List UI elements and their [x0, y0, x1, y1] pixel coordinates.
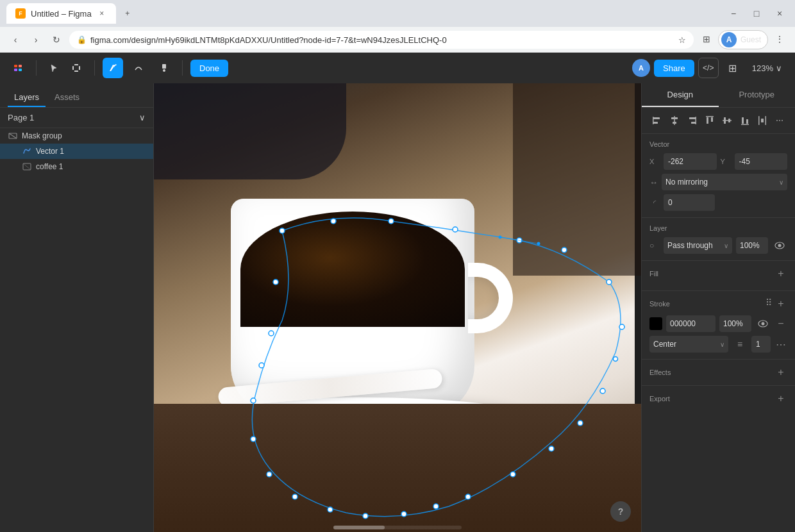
right-panel: Design Prototype [641, 83, 795, 532]
active-tab[interactable]: F Untitled – Figma × [6, 3, 116, 24]
corner-radius-icon: ◜ [649, 199, 660, 207]
svg-rect-7 [74, 71, 78, 72]
add-effect-button[interactable]: + [774, 366, 787, 379]
stroke-color-row: 000000 100% − [649, 315, 787, 332]
browser-actions: ⊞ A Guest ⋮ [698, 30, 789, 49]
blend-mode-icon: ○ [649, 241, 660, 250]
stroke-header-icons: ⠿ + [766, 297, 787, 310]
export-section: Export + [642, 386, 795, 411]
svg-rect-9 [162, 64, 166, 69]
stroke-opacity-input[interactable]: 100% [719, 315, 751, 332]
stroke-more-button[interactable]: ⋯ [774, 338, 787, 351]
new-tab-button[interactable]: + [119, 4, 137, 22]
present-button[interactable]: ⊞ [723, 58, 743, 78]
svg-rect-0 [14, 65, 17, 67]
blend-mode-chevron: ∨ [724, 242, 728, 249]
svg-rect-58 [723, 120, 732, 121]
address-bar[interactable]: 🔒 figma.com/design/mHy69ikdLNTMt8pKdADXX… [69, 31, 694, 49]
layer-item-vector1[interactable]: Vector 1 [0, 144, 153, 159]
tab-close-button[interactable]: × [97, 8, 107, 19]
align-center-v-button[interactable] [720, 113, 735, 128]
svg-rect-54 [711, 117, 713, 122]
stroke-grid-button[interactable]: ⠿ [766, 297, 772, 310]
y-input[interactable]: -45 [735, 153, 788, 170]
xy-fields-row: X -262 Y -45 [649, 153, 787, 170]
mirroring-chevron: ∨ [779, 179, 783, 186]
select-tool-button[interactable] [44, 58, 65, 78]
blend-mode-value: Pass through [667, 241, 713, 250]
lock-icon: 🔒 [77, 35, 87, 44]
zoom-control[interactable]: 123% ∨ [747, 61, 787, 76]
distribute-button[interactable] [755, 113, 769, 128]
add-stroke-button[interactable]: + [774, 297, 787, 310]
toolbar-divider-1 [36, 60, 37, 76]
canvas[interactable]: ? [154, 83, 641, 532]
stroke-style-button[interactable]: ≡ [732, 339, 748, 349]
more-button[interactable]: ⋮ [771, 30, 789, 48]
bookmark-icon[interactable]: ☆ [678, 35, 686, 45]
stroke-remove-button[interactable]: − [774, 318, 787, 329]
align-right-button[interactable] [685, 113, 699, 128]
figma-favicon: F [15, 8, 26, 19]
stroke-title: Stroke [649, 300, 670, 308]
tab-design[interactable]: Design [642, 83, 719, 107]
maximize-button[interactable]: □ [748, 4, 766, 22]
stroke-weight-input[interactable]: 1 [751, 336, 771, 353]
add-fill-button[interactable]: + [774, 267, 787, 280]
mirroring-dropdown[interactable]: No mirroring ∨ [662, 174, 787, 190]
align-top-button[interactable] [702, 113, 717, 128]
close-window-button[interactable]: × [771, 4, 789, 22]
stroke-color-swatch[interactable] [649, 317, 662, 330]
stroke-visibility-button[interactable] [755, 316, 771, 331]
add-export-button[interactable]: + [774, 392, 787, 405]
svg-rect-53 [707, 117, 708, 124]
forward-button[interactable]: › [27, 31, 45, 49]
profile-button[interactable]: A Guest [718, 30, 768, 49]
extensions-button[interactable]: ⊞ [698, 30, 716, 48]
help-button[interactable]: ? [610, 501, 631, 522]
layer-section-title: Layer [649, 224, 787, 232]
refresh-button[interactable]: ↻ [47, 31, 65, 49]
page-selector[interactable]: Page 1 ∨ [0, 108, 153, 128]
blend-mode-dropdown[interactable]: Pass through ∨ [664, 237, 732, 254]
opacity-input[interactable]: 100% [736, 237, 768, 254]
svg-rect-55 [706, 116, 714, 117]
align-left-button[interactable] [649, 113, 664, 128]
share-button[interactable]: Share [654, 60, 694, 77]
layer-item-coffee1[interactable]: coffee 1 [0, 159, 153, 174]
bend-tool-button[interactable] [128, 58, 149, 78]
mirroring-row: ↔ No mirroring ∨ [649, 174, 787, 190]
corner-radius-input[interactable]: 0 [664, 194, 715, 211]
tab-prototype[interactable]: Prototype [719, 83, 796, 107]
layer-vector-icon [22, 146, 32, 156]
x-input[interactable]: -262 [664, 153, 717, 170]
svg-rect-49 [674, 116, 675, 125]
mirroring-icon: ↔ [649, 178, 658, 187]
stroke-position-dropdown[interactable]: Center ∨ [649, 336, 728, 353]
paint-tool-button[interactable] [154, 58, 174, 78]
horizontal-scrollbar[interactable] [154, 526, 641, 529]
frame-tool-button[interactable] [66, 58, 87, 78]
pen-tool-button[interactable] [103, 58, 123, 78]
tab-assets[interactable]: Assets [48, 88, 86, 107]
minimize-button[interactable]: − [724, 4, 742, 22]
scrollbar-thumb[interactable] [333, 526, 385, 529]
svg-rect-60 [746, 119, 748, 124]
nav-controls: ‹ › ↻ [6, 31, 65, 49]
x-label: X [649, 158, 660, 165]
stroke-color-hex-input[interactable]: 000000 [666, 315, 716, 332]
layer-mask-label: Mask group [22, 131, 62, 140]
more-align-button[interactable]: ⋯ [773, 113, 787, 128]
svg-rect-45 [653, 122, 658, 124]
code-view-button[interactable]: </> [698, 58, 719, 78]
layer-visibility-button[interactable] [772, 238, 787, 253]
user-avatar[interactable]: A [632, 59, 650, 77]
back-button[interactable]: ‹ [6, 31, 24, 49]
done-button[interactable]: Done [190, 60, 228, 77]
figma-menu-button[interactable] [8, 58, 28, 78]
align-bottom-button[interactable] [737, 113, 752, 128]
stroke-section: Stroke ⠿ + 000000 100% − [642, 291, 795, 360]
align-center-h-button[interactable] [667, 113, 682, 128]
tab-layers[interactable]: Layers [8, 88, 46, 107]
layer-item-mask-group[interactable]: Mask group [0, 128, 153, 144]
